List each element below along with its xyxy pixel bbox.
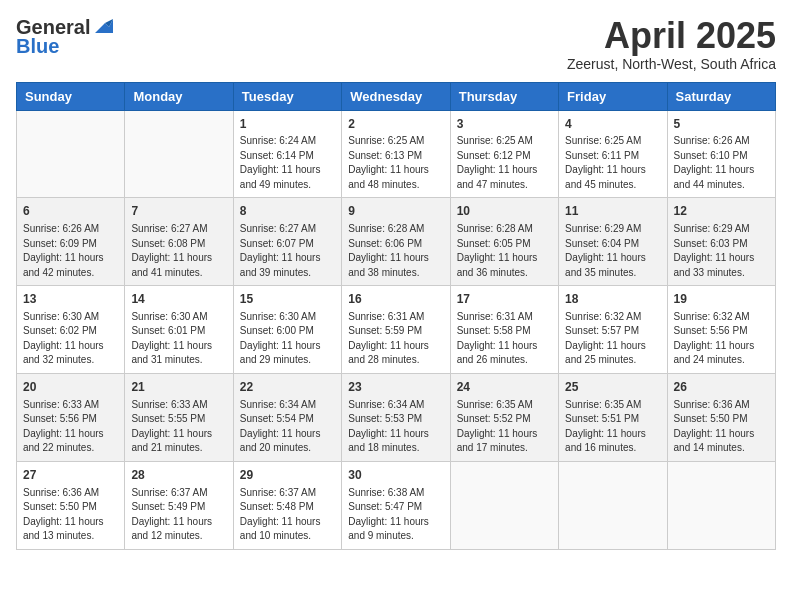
- day-info: Sunrise: 6:28 AMSunset: 6:05 PMDaylight:…: [457, 222, 552, 280]
- day-info: Sunrise: 6:33 AMSunset: 5:55 PMDaylight:…: [131, 398, 226, 456]
- day-info: Sunrise: 6:32 AMSunset: 5:56 PMDaylight:…: [674, 310, 769, 368]
- day-number: 29: [240, 467, 335, 484]
- day-number: 4: [565, 116, 660, 133]
- col-header-wednesday: Wednesday: [342, 82, 450, 110]
- calendar-cell: 11Sunrise: 6:29 AMSunset: 6:04 PMDayligh…: [559, 198, 667, 286]
- day-number: 28: [131, 467, 226, 484]
- day-number: 22: [240, 379, 335, 396]
- col-header-thursday: Thursday: [450, 82, 558, 110]
- title-section: April 2025 Zeerust, North-West, South Af…: [567, 16, 776, 72]
- day-number: 15: [240, 291, 335, 308]
- day-info: Sunrise: 6:25 AMSunset: 6:12 PMDaylight:…: [457, 134, 552, 192]
- day-info: Sunrise: 6:34 AMSunset: 5:54 PMDaylight:…: [240, 398, 335, 456]
- day-number: 23: [348, 379, 443, 396]
- day-info: Sunrise: 6:28 AMSunset: 6:06 PMDaylight:…: [348, 222, 443, 280]
- calendar-cell: 6Sunrise: 6:26 AMSunset: 6:09 PMDaylight…: [17, 198, 125, 286]
- day-number: 6: [23, 203, 118, 220]
- day-info: Sunrise: 6:38 AMSunset: 5:47 PMDaylight:…: [348, 486, 443, 544]
- day-number: 17: [457, 291, 552, 308]
- calendar-cell: 13Sunrise: 6:30 AMSunset: 6:02 PMDayligh…: [17, 286, 125, 374]
- day-number: 19: [674, 291, 769, 308]
- day-info: Sunrise: 6:24 AMSunset: 6:14 PMDaylight:…: [240, 134, 335, 192]
- calendar-cell: 22Sunrise: 6:34 AMSunset: 5:54 PMDayligh…: [233, 373, 341, 461]
- col-header-friday: Friday: [559, 82, 667, 110]
- calendar-cell: 20Sunrise: 6:33 AMSunset: 5:56 PMDayligh…: [17, 373, 125, 461]
- calendar-cell: 19Sunrise: 6:32 AMSunset: 5:56 PMDayligh…: [667, 286, 775, 374]
- day-number: 14: [131, 291, 226, 308]
- calendar-week-row: 1Sunrise: 6:24 AMSunset: 6:14 PMDaylight…: [17, 110, 776, 198]
- day-number: 3: [457, 116, 552, 133]
- day-number: 7: [131, 203, 226, 220]
- calendar-cell: 17Sunrise: 6:31 AMSunset: 5:58 PMDayligh…: [450, 286, 558, 374]
- day-number: 1: [240, 116, 335, 133]
- calendar-cell: [559, 461, 667, 549]
- calendar-cell: 2Sunrise: 6:25 AMSunset: 6:13 PMDaylight…: [342, 110, 450, 198]
- calendar-cell: 25Sunrise: 6:35 AMSunset: 5:51 PMDayligh…: [559, 373, 667, 461]
- day-number: 11: [565, 203, 660, 220]
- col-header-saturday: Saturday: [667, 82, 775, 110]
- day-info: Sunrise: 6:29 AMSunset: 6:04 PMDaylight:…: [565, 222, 660, 280]
- calendar-header-row: SundayMondayTuesdayWednesdayThursdayFrid…: [17, 82, 776, 110]
- calendar-cell: [125, 110, 233, 198]
- calendar-week-row: 13Sunrise: 6:30 AMSunset: 6:02 PMDayligh…: [17, 286, 776, 374]
- day-info: Sunrise: 6:26 AMSunset: 6:09 PMDaylight:…: [23, 222, 118, 280]
- month-title: April 2025: [567, 16, 776, 56]
- calendar-cell: 30Sunrise: 6:38 AMSunset: 5:47 PMDayligh…: [342, 461, 450, 549]
- calendar-cell: 14Sunrise: 6:30 AMSunset: 6:01 PMDayligh…: [125, 286, 233, 374]
- day-number: 13: [23, 291, 118, 308]
- calendar-table: SundayMondayTuesdayWednesdayThursdayFrid…: [16, 82, 776, 550]
- col-header-tuesday: Tuesday: [233, 82, 341, 110]
- calendar-cell: [17, 110, 125, 198]
- day-number: 27: [23, 467, 118, 484]
- col-header-sunday: Sunday: [17, 82, 125, 110]
- logo-blue-text: Blue: [16, 35, 59, 58]
- calendar-cell: 3Sunrise: 6:25 AMSunset: 6:12 PMDaylight…: [450, 110, 558, 198]
- calendar-cell: 21Sunrise: 6:33 AMSunset: 5:55 PMDayligh…: [125, 373, 233, 461]
- day-info: Sunrise: 6:33 AMSunset: 5:56 PMDaylight:…: [23, 398, 118, 456]
- day-info: Sunrise: 6:26 AMSunset: 6:10 PMDaylight:…: [674, 134, 769, 192]
- logo-icon: [91, 15, 113, 37]
- col-header-monday: Monday: [125, 82, 233, 110]
- day-number: 10: [457, 203, 552, 220]
- day-number: 9: [348, 203, 443, 220]
- day-info: Sunrise: 6:25 AMSunset: 6:13 PMDaylight:…: [348, 134, 443, 192]
- day-number: 8: [240, 203, 335, 220]
- day-number: 24: [457, 379, 552, 396]
- calendar-cell: 29Sunrise: 6:37 AMSunset: 5:48 PMDayligh…: [233, 461, 341, 549]
- page-header: General Blue April 2025 Zeerust, North-W…: [16, 16, 776, 72]
- day-info: Sunrise: 6:30 AMSunset: 6:02 PMDaylight:…: [23, 310, 118, 368]
- calendar-cell: 23Sunrise: 6:34 AMSunset: 5:53 PMDayligh…: [342, 373, 450, 461]
- day-info: Sunrise: 6:31 AMSunset: 5:59 PMDaylight:…: [348, 310, 443, 368]
- day-number: 26: [674, 379, 769, 396]
- day-info: Sunrise: 6:36 AMSunset: 5:50 PMDaylight:…: [23, 486, 118, 544]
- day-info: Sunrise: 6:35 AMSunset: 5:51 PMDaylight:…: [565, 398, 660, 456]
- calendar-cell: 4Sunrise: 6:25 AMSunset: 6:11 PMDaylight…: [559, 110, 667, 198]
- calendar-week-row: 6Sunrise: 6:26 AMSunset: 6:09 PMDaylight…: [17, 198, 776, 286]
- calendar-cell: [450, 461, 558, 549]
- calendar-week-row: 27Sunrise: 6:36 AMSunset: 5:50 PMDayligh…: [17, 461, 776, 549]
- day-number: 25: [565, 379, 660, 396]
- day-info: Sunrise: 6:31 AMSunset: 5:58 PMDaylight:…: [457, 310, 552, 368]
- day-number: 18: [565, 291, 660, 308]
- calendar-cell: [667, 461, 775, 549]
- day-info: Sunrise: 6:37 AMSunset: 5:48 PMDaylight:…: [240, 486, 335, 544]
- day-number: 21: [131, 379, 226, 396]
- location-text: Zeerust, North-West, South Africa: [567, 56, 776, 72]
- calendar-cell: 27Sunrise: 6:36 AMSunset: 5:50 PMDayligh…: [17, 461, 125, 549]
- day-number: 2: [348, 116, 443, 133]
- day-number: 12: [674, 203, 769, 220]
- day-info: Sunrise: 6:27 AMSunset: 6:07 PMDaylight:…: [240, 222, 335, 280]
- day-info: Sunrise: 6:25 AMSunset: 6:11 PMDaylight:…: [565, 134, 660, 192]
- day-info: Sunrise: 6:36 AMSunset: 5:50 PMDaylight:…: [674, 398, 769, 456]
- day-info: Sunrise: 6:27 AMSunset: 6:08 PMDaylight:…: [131, 222, 226, 280]
- logo: General Blue: [16, 16, 113, 58]
- calendar-cell: 15Sunrise: 6:30 AMSunset: 6:00 PMDayligh…: [233, 286, 341, 374]
- day-info: Sunrise: 6:34 AMSunset: 5:53 PMDaylight:…: [348, 398, 443, 456]
- calendar-cell: 7Sunrise: 6:27 AMSunset: 6:08 PMDaylight…: [125, 198, 233, 286]
- day-number: 20: [23, 379, 118, 396]
- calendar-week-row: 20Sunrise: 6:33 AMSunset: 5:56 PMDayligh…: [17, 373, 776, 461]
- day-info: Sunrise: 6:29 AMSunset: 6:03 PMDaylight:…: [674, 222, 769, 280]
- day-number: 30: [348, 467, 443, 484]
- day-number: 16: [348, 291, 443, 308]
- day-info: Sunrise: 6:35 AMSunset: 5:52 PMDaylight:…: [457, 398, 552, 456]
